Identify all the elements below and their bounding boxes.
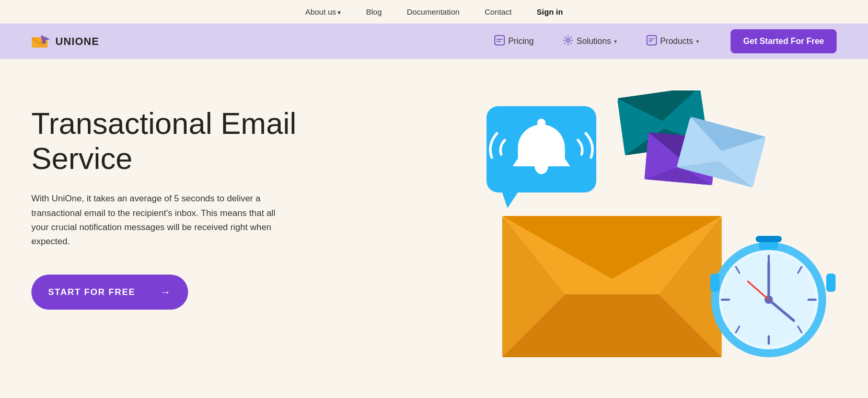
svg-rect-34 <box>826 274 836 292</box>
svg-rect-1 <box>495 36 504 45</box>
hero-section: Transactional Email Service With UniOne,… <box>0 59 868 383</box>
hero-illustration <box>303 90 837 362</box>
start-for-free-button[interactable]: START FOR FREE → <box>31 275 188 310</box>
hero-title: Transactional Email Service <box>31 106 303 176</box>
svg-rect-33 <box>756 236 782 242</box>
logo[interactable]: UNIONE <box>31 34 99 49</box>
nav-products-label: Products <box>660 37 693 46</box>
top-nav-signin[interactable]: Sign in <box>537 7 563 16</box>
svg-rect-2 <box>496 39 503 40</box>
get-started-button[interactable]: Get Started For Free <box>731 29 837 53</box>
start-button-label: START FOR FREE <box>48 287 135 298</box>
main-nav-links: Pricing Solutions ▾ Products ▾ <box>480 24 714 59</box>
top-nav-about[interactable]: About us <box>305 7 341 16</box>
main-navigation: UNIONE Pricing Solutions ▾ <box>0 24 868 59</box>
top-nav-contact[interactable]: Contact <box>484 7 512 16</box>
top-navigation: About us Blog Documentation Contact Sign… <box>0 0 868 24</box>
svg-point-4 <box>566 39 570 42</box>
hero-content: Transactional Email Service With UniOne,… <box>31 90 303 310</box>
products-arrow-icon: ▾ <box>696 38 699 45</box>
nav-solutions[interactable]: Solutions ▾ <box>548 24 632 59</box>
logo-icon <box>31 34 51 49</box>
start-button-arrow-icon: → <box>160 286 172 298</box>
nav-pricing[interactable]: Pricing <box>480 24 548 59</box>
nav-products[interactable]: Products ▾ <box>632 24 714 59</box>
hero-description: With UniOne, it takes an average of 5 se… <box>31 191 282 248</box>
pricing-icon <box>494 35 505 48</box>
logo-text: UNIONE <box>55 36 99 48</box>
hero-graphic <box>471 90 837 362</box>
solutions-arrow-icon: ▾ <box>614 38 617 45</box>
top-nav-documentation[interactable]: Documentation <box>407 7 459 16</box>
svg-rect-3 <box>496 41 501 42</box>
solutions-icon <box>563 35 573 48</box>
svg-marker-7 <box>502 192 518 208</box>
svg-point-8 <box>537 119 546 127</box>
products-icon <box>646 35 657 48</box>
nav-pricing-label: Pricing <box>508 37 534 46</box>
svg-rect-35 <box>710 274 720 292</box>
nav-solutions-label: Solutions <box>576 37 611 46</box>
top-nav-blog[interactable]: Blog <box>366 7 381 16</box>
